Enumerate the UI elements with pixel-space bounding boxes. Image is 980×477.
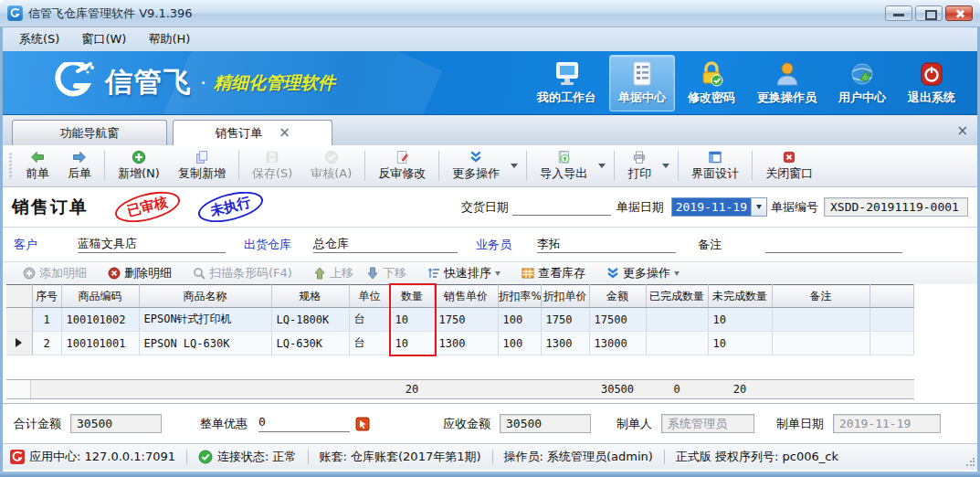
salesman-label: 业务员 bbox=[476, 237, 511, 253]
nav-exit-system[interactable]: 退出系统 bbox=[899, 55, 964, 111]
doc-date-label: 单据日期 bbox=[616, 199, 664, 216]
nav-switch-operator[interactable]: 更换操作员 bbox=[748, 55, 826, 111]
doc-date-field[interactable]: 2019-11-19 bbox=[671, 197, 767, 217]
import-export-button[interactable]: 导入导出 bbox=[531, 147, 596, 185]
tab-label: 功能导航窗 bbox=[60, 125, 120, 142]
window-bottom-edge bbox=[0, 472, 980, 477]
restore-button[interactable] bbox=[915, 5, 943, 21]
chevron-down-icon bbox=[511, 164, 518, 168]
receivable-field: 30500 bbox=[500, 414, 591, 433]
minimize-button[interactable] bbox=[885, 5, 912, 21]
grid-more-actions-button[interactable]: 更多操作 bbox=[600, 263, 686, 283]
grid-toolbar: 添加明细 删除明细 扫描条形码(F4) 上移 下移 bbox=[3, 261, 977, 284]
form-row: 客户 蓝猫文具店 出货仓库 总仓库 业务员 李拓 备注 bbox=[3, 228, 977, 261]
add-detail-button[interactable]: 添加明细 bbox=[16, 263, 93, 283]
total-amount-label: 合计金额 bbox=[14, 416, 61, 432]
remark-label: 备注 bbox=[698, 237, 722, 253]
copy-new-button[interactable]: 复制新增 bbox=[169, 147, 235, 185]
delivery-date-field[interactable] bbox=[512, 198, 611, 216]
resize-grip[interactable] bbox=[965, 458, 975, 467]
toolbar-separator bbox=[364, 151, 365, 181]
move-down-button[interactable]: 下移 bbox=[360, 263, 413, 283]
make-date-label: 制单日期 bbox=[776, 416, 824, 432]
globe-icon bbox=[848, 61, 876, 87]
discount-field[interactable]: 0 bbox=[258, 415, 350, 432]
nav-change-password[interactable]: 修改密码 bbox=[679, 55, 744, 111]
status-license: 正式版 授权序列号: pc006_ck bbox=[676, 449, 838, 465]
move-up-button[interactable]: 上移 bbox=[307, 263, 360, 283]
row-selector[interactable] bbox=[6, 308, 32, 332]
more-actions-button[interactable]: 更多操作 bbox=[443, 147, 509, 185]
app-logo-icon bbox=[7, 5, 23, 21]
menubar: 系统(S) 窗口(W) 帮助(H) bbox=[3, 27, 977, 51]
col-header: 已完成数量 bbox=[646, 285, 708, 308]
tab-label: 销售订单 bbox=[215, 125, 262, 142]
copy-icon bbox=[193, 150, 211, 164]
warehouse-field[interactable]: 总仓库 bbox=[313, 236, 458, 253]
row-selector-header bbox=[6, 285, 32, 308]
user-switch-icon bbox=[774, 61, 801, 87]
print-dropdown[interactable] bbox=[660, 147, 674, 185]
statusbar: 应用中心: 127.0.0.1:7091 连接状态: 正常 账套: 仓库账套(2… bbox=[3, 443, 977, 470]
quick-sort-button[interactable]: 快速排序 bbox=[421, 263, 507, 283]
toolbar-separator bbox=[752, 151, 753, 181]
audit-button[interactable]: 审核(A) bbox=[301, 147, 361, 185]
sort-icon bbox=[427, 267, 440, 280]
brand-slogan: 精细化管理软件 bbox=[214, 71, 335, 95]
status-separator bbox=[308, 450, 309, 464]
status-connection: 连接状态: 正常 bbox=[217, 449, 297, 465]
window-frame: 系统(S) 窗口(W) 帮助(H) 信管飞 · 精细化管理软件 bbox=[0, 27, 980, 472]
toolbar-grip bbox=[7, 153, 14, 179]
discount-label: 整单优惠 bbox=[200, 416, 248, 432]
more-actions-dropdown[interactable] bbox=[509, 147, 522, 185]
scan-barcode-button[interactable]: 扫描条形码(F4) bbox=[186, 263, 299, 283]
add-new-button[interactable]: 新增(N) bbox=[109, 147, 169, 185]
menu-system[interactable]: 系统(S) bbox=[8, 28, 70, 50]
arrow-up-icon bbox=[313, 267, 326, 280]
reverse-audit-button[interactable]: 反审修改 bbox=[369, 147, 435, 185]
audit-check-icon bbox=[322, 150, 341, 164]
date-dropdown-button[interactable] bbox=[751, 198, 766, 216]
next-doc-button[interactable]: 后单 bbox=[58, 147, 100, 185]
ui-design-button[interactable]: 界面设计 bbox=[682, 147, 748, 185]
tab-sales-order[interactable]: 销售订单 × bbox=[173, 120, 332, 145]
close-window-button[interactable]: 关闭窗口 bbox=[756, 147, 822, 185]
tab-function-nav[interactable]: 功能导航窗 bbox=[12, 120, 167, 145]
total-amount: 30500 bbox=[589, 383, 646, 396]
tab-close-icon[interactable]: × bbox=[279, 126, 290, 140]
remark-field[interactable] bbox=[765, 236, 902, 253]
main-toolbar: 前单 后单 新增(N) 复制新增 保存(S) 审核(A) bbox=[3, 145, 977, 187]
footer-form: 合计金额 30500 整单优惠 0 应收金额 30500 制单人 系统管理员 制… bbox=[3, 403, 977, 443]
app-window: 信管飞仓库管理软件 V9.1.396 系统(S) 窗口(W) 帮助(H) 信管飞… bbox=[0, 0, 980, 477]
salesman-field[interactable]: 李拓 bbox=[537, 236, 676, 253]
print-button[interactable]: 打印 bbox=[618, 147, 660, 185]
menu-help[interactable]: 帮助(H) bbox=[137, 28, 201, 50]
view-stock-button[interactable]: 查看库存 bbox=[515, 263, 592, 283]
double-chevron-down-icon bbox=[467, 150, 485, 164]
row-selector[interactable] bbox=[6, 332, 32, 355]
stamp-approved: 已审核 bbox=[112, 186, 184, 228]
doc-no-label: 单据编号 bbox=[771, 199, 818, 216]
banner-nav: 我的工作台 单据中心 bbox=[528, 55, 977, 111]
customer-field[interactable]: 蓝猫文具店 bbox=[78, 236, 226, 253]
toolbar-separator bbox=[526, 151, 527, 181]
customer-label: 客户 bbox=[14, 237, 37, 253]
delete-detail-button[interactable]: 删除明细 bbox=[101, 263, 178, 283]
close-button[interactable] bbox=[945, 5, 973, 21]
nav-label: 我的工作台 bbox=[537, 90, 596, 106]
menu-window[interactable]: 窗口(W) bbox=[70, 28, 137, 50]
save-button[interactable]: 保存(S) bbox=[243, 147, 301, 185]
tabstrip-close-icon[interactable]: × bbox=[956, 122, 968, 139]
import-export-dropdown[interactable] bbox=[596, 147, 610, 185]
nav-user-center[interactable]: 用户中心 bbox=[829, 55, 895, 111]
prev-doc-button[interactable]: 前单 bbox=[16, 147, 58, 185]
table-row[interactable]: 2 100101001 EPSON LQ-630K LQ-630K 台 10 1… bbox=[6, 332, 914, 355]
chevron-down-icon bbox=[495, 271, 501, 276]
delete-circle-icon bbox=[108, 267, 121, 280]
toolbar-separator bbox=[104, 151, 105, 181]
apply-discount-icon[interactable] bbox=[355, 417, 370, 431]
table-row[interactable]: 1 100101002 EPSON针式打印机 LQ-1800K 台 10 175… bbox=[6, 308, 914, 332]
nav-my-workbench[interactable]: 我的工作台 bbox=[528, 55, 606, 111]
nav-document-center[interactable]: 单据中心 bbox=[609, 55, 675, 111]
col-header-filler bbox=[869, 285, 914, 308]
